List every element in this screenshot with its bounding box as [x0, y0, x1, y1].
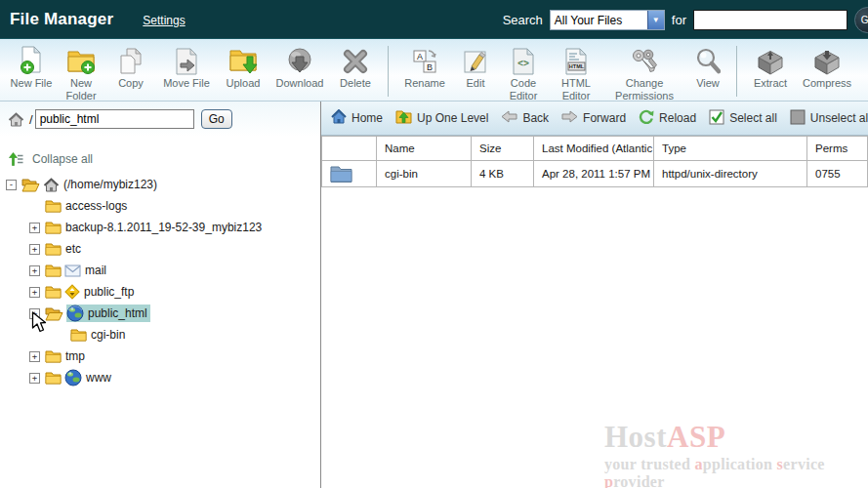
column-header-name[interactable]: Name	[377, 137, 472, 161]
cell-type: httpd/unix-directory	[654, 161, 807, 187]
copy-icon	[117, 45, 145, 75]
extract-button[interactable]: Extract	[744, 45, 797, 90]
tree-item-mail[interactable]: + mail	[0, 260, 320, 281]
tree-collapse-toggle[interactable]: -	[6, 180, 17, 190]
up-one-level-button[interactable]: Up One Level	[395, 109, 488, 127]
select-all-button[interactable]: Select all	[709, 109, 777, 128]
change-permissions-button[interactable]: Change Permissions	[602, 45, 686, 102]
tree-item-label: www	[85, 370, 114, 386]
tree-expand-toggle[interactable]: +	[29, 265, 40, 276]
folder-icon	[70, 328, 87, 342]
tree-item-www[interactable]: + www	[0, 367, 320, 388]
column-header-perms[interactable]: Perms	[807, 137, 868, 161]
svg-text:A: A	[417, 52, 423, 61]
hostasp-watermark: HostASP your trusted application service…	[604, 422, 868, 488]
move-file-icon	[174, 45, 199, 75]
tree-toggle-placeholder	[29, 201, 40, 212]
back-button[interactable]: Back	[501, 110, 549, 126]
tree-expand-toggle[interactable]: +	[29, 373, 40, 384]
globe-icon	[66, 305, 84, 322]
delete-icon	[342, 45, 369, 75]
forward-arrow-icon	[561, 110, 578, 126]
reload-button[interactable]: Reload	[639, 109, 696, 127]
tree-expand-toggle[interactable]: +	[29, 351, 40, 362]
column-header-type[interactable]: Type	[654, 137, 807, 161]
open-folder-icon	[21, 178, 40, 192]
delete-button[interactable]: Delete	[330, 45, 381, 90]
download-icon	[286, 45, 313, 75]
tree-item-home-root[interactable]: - (/home/mybiz123)	[0, 174, 320, 195]
back-arrow-icon	[501, 110, 517, 126]
tree-item-label: public_html	[87, 305, 150, 321]
file-list-panel: Home Up One Level Back Forward Reload Se…	[321, 102, 868, 488]
tree-item-label: tmp	[64, 348, 88, 364]
folder-icon	[45, 199, 62, 213]
html-editor-button[interactable]: HTML HTML Editor	[550, 45, 602, 102]
tree-item-etc[interactable]: + etc	[0, 238, 320, 260]
path-go-button[interactable]: Go	[201, 109, 232, 129]
unselect-all-icon	[790, 109, 806, 128]
collapse-all-button[interactable]: Collapse all	[8, 152, 320, 166]
tree-expand-toggle[interactable]: +	[29, 308, 40, 319]
tree-toggle-placeholder	[55, 330, 65, 341]
search-scope-select[interactable]: All Your Files ▼	[550, 10, 665, 30]
tree-item-backup[interactable]: + backup-8.1.2011_19-52-39_mybiz123	[0, 217, 320, 238]
html-editor-icon: HTML	[564, 45, 588, 75]
tree-expand-toggle[interactable]: +	[29, 287, 40, 298]
search-go-button[interactable]: Go	[854, 7, 868, 33]
tree-item-tmp[interactable]: + tmp	[0, 346, 320, 367]
app-header: File Manager Settings Search All Your Fi…	[0, 0, 868, 39]
extract-icon	[757, 45, 784, 75]
rename-button[interactable]: AB Rename	[395, 45, 454, 90]
upload-icon	[228, 45, 258, 75]
forward-button[interactable]: Forward	[561, 110, 626, 126]
watermark-title: HostASP	[604, 422, 868, 452]
settings-link[interactable]: Settings	[143, 14, 185, 27]
ftp-icon	[64, 284, 80, 300]
folder-icon	[45, 221, 62, 234]
column-header-size[interactable]: Size	[472, 137, 534, 161]
folder-icon	[45, 371, 62, 385]
tree-expand-toggle[interactable]: +	[29, 223, 40, 233]
code-editor-icon: <>	[512, 45, 535, 75]
tree-item-cgi-bin[interactable]: cgi-bin	[0, 324, 320, 346]
edit-button[interactable]: Edit	[454, 45, 497, 90]
selected-tree-item: public_html	[66, 305, 150, 322]
table-row[interactable]: cgi-bin 4 KB Apr 28, 2011 1:57 PM httpd/…	[322, 161, 868, 187]
path-bar: / Go	[0, 102, 320, 137]
cell-name: cgi-bin	[377, 161, 472, 187]
upload-button[interactable]: Upload	[217, 45, 269, 90]
directory-tree-panel: / Go Collapse all - (/home/mybiz123)	[0, 102, 321, 488]
toolbar-separator	[388, 46, 389, 97]
new-folder-button[interactable]: New Folder	[57, 45, 105, 102]
copy-button[interactable]: Copy	[105, 45, 156, 90]
open-folder-icon	[45, 306, 63, 321]
move-file-button[interactable]: Move File	[156, 45, 217, 90]
content-area: / Go Collapse all - (/home/mybiz123)	[0, 102, 868, 488]
tree-item-access-logs[interactable]: access-logs	[0, 195, 320, 217]
column-header-modified[interactable]: Last Modified (Atlantic Da	[534, 137, 654, 161]
path-input[interactable]	[35, 109, 194, 129]
main-toolbar: New File New Folder Copy Move File Uploa…	[0, 39, 868, 102]
unselect-all-button[interactable]: Unselect all	[790, 109, 868, 128]
code-editor-button[interactable]: <> Code Editor	[497, 45, 550, 102]
home-small-icon	[8, 112, 24, 127]
folder-icon	[45, 264, 62, 277]
folder-icon	[45, 242, 62, 256]
home-button[interactable]: Home	[331, 109, 383, 127]
new-file-button[interactable]: New File	[6, 45, 57, 90]
search-input[interactable]	[693, 10, 847, 30]
download-button[interactable]: Download	[269, 45, 330, 90]
file-list-table: Name Size Last Modified (Atlantic Da Typ…	[321, 136, 868, 187]
rename-icon: AB	[412, 45, 437, 75]
compress-button[interactable]: Compress	[797, 45, 857, 90]
tree-item-public-ftp[interactable]: + public_ftp	[0, 281, 320, 303]
mail-icon	[64, 264, 81, 277]
tree-item-public-html[interactable]: + public_html	[0, 303, 320, 324]
view-button[interactable]: View	[686, 45, 729, 90]
compress-icon	[813, 45, 841, 75]
tree-expand-toggle[interactable]: +	[29, 244, 40, 255]
chevron-down-icon: ▼	[647, 11, 664, 29]
folder-icon	[45, 285, 62, 299]
select-all-icon	[709, 109, 724, 128]
